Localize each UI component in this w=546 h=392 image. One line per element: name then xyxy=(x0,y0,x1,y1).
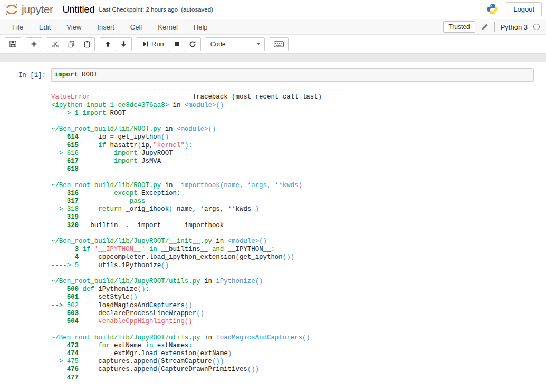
kernel-idle-icon xyxy=(533,24,540,30)
cut-cell-button[interactable] xyxy=(47,37,63,51)
notebook-area: In [1]: import ROOT --------------------… xyxy=(0,62,546,382)
menu-help[interactable]: Help xyxy=(186,20,216,34)
code-input[interactable]: import ROOT xyxy=(51,68,534,82)
toolbar: Run Code ▼ xyxy=(0,35,546,54)
command-palette-button[interactable] xyxy=(270,37,289,51)
add-cell-icon xyxy=(31,41,37,47)
save-button[interactable] xyxy=(5,37,21,51)
move-cell-down-button[interactable] xyxy=(116,37,132,51)
cell-output: ----------------------------------------… xyxy=(0,85,546,382)
copy-cell-icon xyxy=(68,41,75,48)
save-icon xyxy=(9,40,17,48)
jupyter-logo-icon xyxy=(4,2,19,17)
menu-kernel[interactable]: Kernel xyxy=(150,20,186,34)
python-logo-icon xyxy=(486,3,499,15)
menubar-divider xyxy=(494,22,495,32)
trusted-badge[interactable]: Trusted xyxy=(443,21,475,33)
restart-kernel-button[interactable] xyxy=(185,37,201,51)
move-down-icon xyxy=(120,41,127,47)
menu-file[interactable]: File xyxy=(4,20,31,34)
input-prompt: In [1]: xyxy=(0,68,51,82)
cut-cell-icon xyxy=(52,41,59,48)
paste-cell-button[interactable] xyxy=(79,37,95,51)
autosave-status: (autosaved) xyxy=(181,6,213,13)
cell-type-dropdown[interactable]: Code ▼ xyxy=(206,37,265,51)
interrupt-kernel-button[interactable] xyxy=(169,37,185,51)
move-cell-up-button[interactable] xyxy=(100,37,116,51)
logout-button[interactable]: Logout xyxy=(506,2,542,16)
notebook-title[interactable]: Untitled xyxy=(63,4,95,15)
error-traceback-output: ----------------------------------------… xyxy=(51,85,546,382)
menu-view[interactable]: View xyxy=(59,20,89,34)
run-icon xyxy=(142,41,149,47)
run-button-label: Run xyxy=(151,40,164,48)
output-prompt xyxy=(0,85,51,382)
kernel-name: Python 3 xyxy=(501,23,528,31)
checkpoint-status: Last Checkpoint: 2 hours ago xyxy=(99,6,178,13)
stop-icon xyxy=(174,41,180,47)
run-button[interactable]: Run xyxy=(137,37,169,51)
menu-edit[interactable]: Edit xyxy=(31,20,59,34)
copy-cell-button[interactable] xyxy=(63,37,79,51)
menu-cell[interactable]: Cell xyxy=(122,20,150,34)
chevron-down-icon: ▼ xyxy=(256,42,261,46)
code-input-text: import ROOT xyxy=(54,71,531,79)
menubar: File Edit View Insert Cell Kernel Help T… xyxy=(0,19,546,35)
cell-type-value: Code xyxy=(210,41,226,48)
paste-cell-icon xyxy=(83,41,91,48)
menu-insert[interactable]: Insert xyxy=(89,20,122,34)
restart-kernel-icon xyxy=(189,41,196,48)
jupyter-logo[interactable]: jupyter xyxy=(4,2,53,17)
pencil-icon xyxy=(481,23,488,31)
code-cell: In [1]: import ROOT xyxy=(0,68,546,82)
jupyter-wordmark: jupyter xyxy=(22,3,53,16)
insert-cell-button[interactable] xyxy=(26,37,42,51)
header: jupyter Untitled Last Checkpoint: 2 hour… xyxy=(0,0,546,19)
move-up-icon xyxy=(104,41,111,47)
keyboard-icon xyxy=(274,41,284,47)
page-background-strip xyxy=(0,54,546,62)
